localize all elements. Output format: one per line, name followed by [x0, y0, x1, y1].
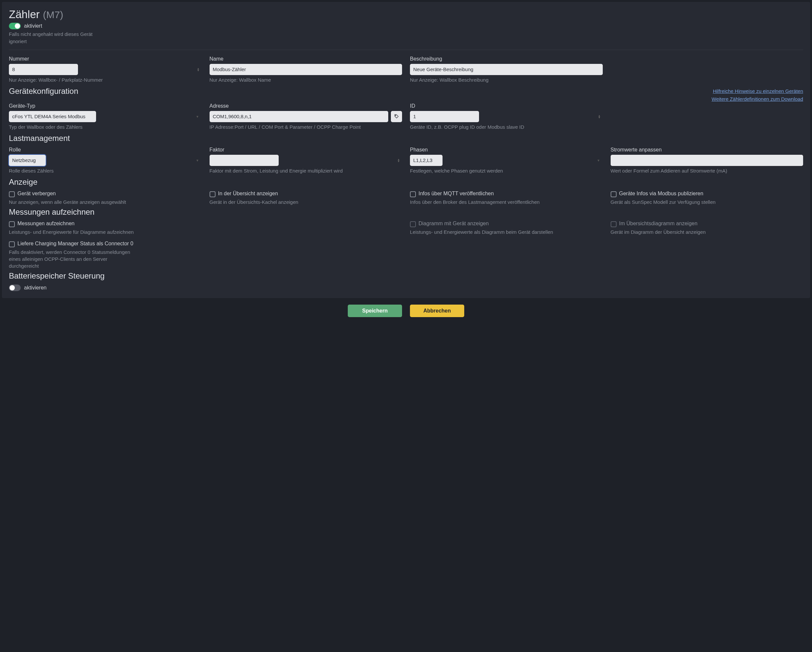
adresse-label: Adresse	[209, 103, 402, 109]
geraete-typ-help: Typ der Wallbox oder des Zählers	[9, 124, 202, 130]
mqtt-checkbox[interactable]	[410, 191, 416, 197]
stepper-icon: ▴▾	[598, 115, 600, 119]
device-settings-panel: Zähler (M7) aktiviert Falls nicht angeha…	[2, 2, 810, 298]
svg-point-0	[395, 115, 396, 116]
rolle-help: Rolle dieses Zählers	[9, 167, 202, 174]
beschreibung-help: Nur Anzeige: Wallbox Beschreibung	[410, 77, 603, 83]
geraete-typ-select[interactable]: cFos YTL DEM4A Series Modbus	[9, 111, 96, 122]
enabled-toggle[interactable]	[9, 23, 21, 29]
connector0-help: Falls deaktiviert, werden Connector 0 St…	[9, 249, 134, 269]
rolle-select[interactable]: Netzbezug	[9, 155, 46, 166]
chevron-down-icon: ▾	[197, 158, 198, 163]
modbus-label: Geräte Infos via Modbus publizieren	[619, 191, 704, 197]
chevron-down-icon: ▾	[197, 114, 198, 119]
overview-help: Gerät in der Übersichts-Kachel anzeigen	[209, 199, 402, 205]
faktor-input[interactable]	[209, 155, 279, 166]
modbus-help: Gerät als SunSpec Modell zur Verfügung s…	[611, 199, 803, 205]
section-mess-title: Messungen aufzeichnen	[9, 207, 803, 217]
nummer-label: Nummer	[9, 56, 202, 62]
stepper-icon: ▴▾	[197, 67, 199, 72]
diagram-checkbox[interactable]	[410, 221, 416, 227]
link-meter-defs[interactable]: Weitere Zählerdefinitionen zum Download	[712, 95, 803, 103]
tag-icon	[394, 114, 399, 119]
section-anzeige-title: Anzeige	[9, 178, 803, 187]
adresse-tag-button[interactable]	[391, 111, 402, 122]
diagram-label: Diagramm mit Gerät anzeigen	[418, 220, 488, 227]
beschreibung-input[interactable]	[410, 64, 603, 75]
chevron-down-icon: ▾	[597, 158, 600, 163]
stepper-icon: ▴▾	[398, 158, 400, 162]
geraete-typ-label: Geräte-Typ	[9, 103, 202, 109]
record-help: Leistungs- und Energiewerte für Diagramm…	[9, 228, 202, 236]
hide-device-label: Gerät verbergen	[17, 191, 56, 197]
phasen-label: Phasen	[410, 147, 603, 153]
battery-enable-label: aktivieren	[24, 285, 46, 291]
overview-label: In der Übersicht anzeigen	[218, 191, 278, 197]
link-device-hints[interactable]: Hilfreiche Hinweise zu einzelnen Geräten	[712, 87, 803, 95]
id-label: ID	[410, 103, 603, 109]
nummer-help: Nur Anzeige: Wallbox- / Parkplatz-Nummer	[9, 77, 202, 83]
modbus-checkbox[interactable]	[611, 191, 617, 197]
footer-actions: Speichern Abbrechen	[0, 300, 812, 324]
hide-device-checkbox[interactable]	[9, 191, 15, 197]
adresse-help: IP Adresse:Port / URL / COM Port & Param…	[209, 124, 402, 130]
section-battery-title: Batteriespeicher Steuerung	[9, 271, 803, 280]
overview-diagram-checkbox[interactable]	[611, 221, 617, 227]
id-help: Geräte ID, z.B. OCPP plug ID oder Modbus…	[410, 124, 603, 130]
hide-device-help: Nur anzeigen, wenn alle Geräte anzeigen …	[9, 199, 202, 205]
nummer-input[interactable]	[9, 64, 78, 75]
beschreibung-label: Beschreibung	[410, 56, 603, 62]
mqtt-help: Infos über den Broker des Lastmanagement…	[410, 199, 603, 205]
cancel-button[interactable]: Abbrechen	[410, 305, 464, 317]
overview-diagram-label: Im Übersichtsdiagramm anzeigen	[619, 220, 698, 227]
faktor-label: Faktor	[209, 147, 402, 153]
name-input[interactable]	[209, 64, 402, 75]
save-button[interactable]: Speichern	[348, 305, 402, 317]
page-subtitle: (M7)	[43, 9, 64, 20]
name-label: Name	[209, 56, 402, 62]
faktor-help: Faktor mit dem Strom, Leistung und Energ…	[209, 167, 402, 174]
rolle-label: Rolle	[9, 147, 202, 153]
phasen-help: Festlegen, welche Phasen genutzt werden	[410, 167, 603, 174]
divider	[9, 50, 803, 50]
enabled-label: aktiviert	[24, 23, 42, 29]
title-row: Zähler (M7)	[9, 8, 803, 21]
phasen-select[interactable]: L1,L2,L3	[410, 155, 443, 166]
strom-help: Wert oder Formel zum Addieren auf Stromw…	[611, 167, 803, 174]
section-last-title: Lastmanagement	[9, 134, 803, 143]
page-title: Zähler	[9, 8, 40, 21]
adresse-input[interactable]	[209, 111, 389, 122]
record-label: Messungen aufzeichnen	[17, 220, 74, 227]
strom-label: Stromwerte anpassen	[611, 147, 803, 153]
record-checkbox[interactable]	[9, 221, 15, 227]
section-config-title: Gerätekonfiguration	[9, 87, 78, 96]
overview-diagram-help: Gerät im Diagramm der Übersicht anzeigen	[611, 228, 803, 236]
overview-checkbox[interactable]	[209, 191, 215, 197]
strom-input[interactable]	[611, 155, 803, 166]
battery-enable-toggle[interactable]	[9, 285, 21, 291]
id-input[interactable]	[410, 111, 479, 122]
connector0-label: Liefere Charging Manager Status als Conn…	[17, 241, 133, 246]
diagram-help: Leistungs- und Energiewerte als Diagramm…	[410, 228, 603, 236]
connector0-checkbox[interactable]	[9, 241, 15, 247]
name-help: Nur Anzeige: Wallbox Name	[209, 77, 402, 83]
enabled-help: Falls nicht angehakt wird dieses Gerät i…	[9, 31, 95, 45]
mqtt-label: Infos über MQTT veröffentlichen	[418, 191, 494, 197]
